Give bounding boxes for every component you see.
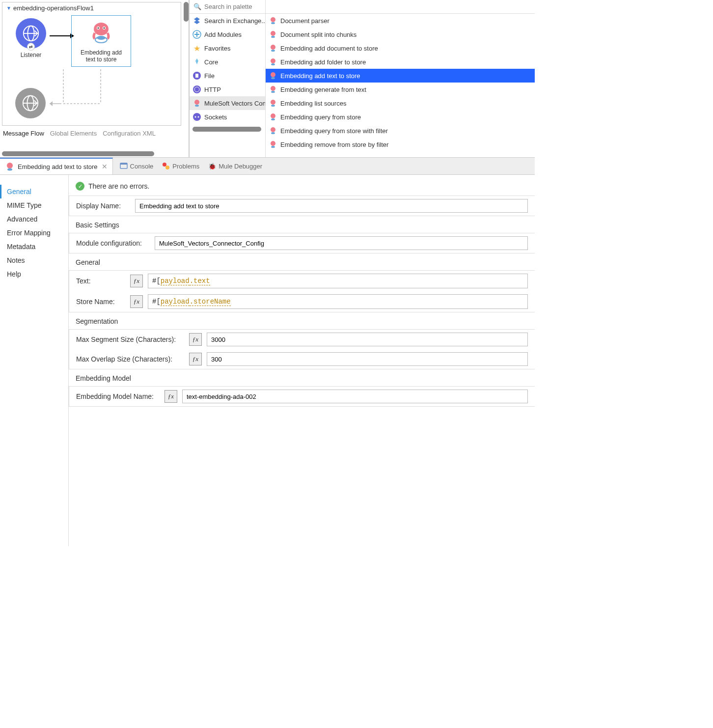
- octopus-icon: [269, 16, 277, 25]
- module-config-select[interactable]: [155, 236, 528, 250]
- palette-operation-1[interactable]: Document split into chunks: [266, 28, 535, 41]
- properties-sidebar: GeneralMIME TypeAdvancedError MappingMet…: [0, 175, 69, 546]
- module-config-label: Module configuration:: [76, 239, 150, 247]
- svg-point-25: [193, 85, 201, 93]
- palette-operation-9[interactable]: Embedding remove from store by filter: [266, 138, 535, 151]
- octopus-icon: [269, 140, 277, 149]
- props-nav-general[interactable]: General: [0, 185, 68, 198]
- fx-button[interactable]: ƒx: [130, 275, 143, 287]
- palette-category-3[interactable]: Core: [190, 55, 265, 69]
- palette-category-2[interactable]: ★Favorites: [190, 41, 265, 55]
- props-nav-metadata[interactable]: Metadata: [7, 240, 68, 253]
- svg-point-36: [271, 45, 275, 50]
- http-icon: [192, 85, 201, 94]
- svg-point-29: [193, 113, 201, 121]
- response-icon: [15, 88, 46, 118]
- palette-operation-3[interactable]: Embedding add folder to store: [266, 55, 535, 69]
- octo-icon: [192, 99, 201, 108]
- console-icon: [120, 162, 128, 170]
- palette-right-header: [266, 0, 535, 14]
- canvas-vscroll[interactable]: [184, 2, 189, 22]
- tab-message-flow[interactable]: Message Flow: [3, 130, 44, 137]
- basic-settings-title: Basic Settings: [76, 221, 535, 229]
- svg-point-45: [271, 105, 275, 107]
- svg-point-46: [271, 113, 275, 118]
- store-name-expression-input[interactable]: #[ payload.storeName: [148, 294, 528, 309]
- text-expression-input[interactable]: #[ payload.text: [148, 274, 528, 288]
- general-section-title: General: [76, 258, 535, 266]
- svg-point-52: [7, 163, 13, 168]
- props-nav-error-mapping[interactable]: Error Mapping: [7, 226, 68, 240]
- star-icon: ★: [192, 44, 201, 53]
- svg-point-5: [94, 23, 109, 35]
- flow-arrow: [50, 31, 74, 41]
- palette-category-0[interactable]: Search in Exchange..: [190, 14, 265, 28]
- tab-global-elements[interactable]: Global Elements: [50, 130, 97, 137]
- exchange-icon: [192, 16, 201, 25]
- palette-left-hscroll[interactable]: [192, 127, 261, 132]
- flow-collapse-icon[interactable]: ▼: [6, 5, 11, 11]
- svg-point-51: [271, 146, 275, 148]
- palette-operation-0[interactable]: Document parser: [266, 14, 535, 28]
- props-nav-advanced[interactable]: Advanced: [7, 212, 68, 226]
- close-icon[interactable]: ✕: [102, 163, 108, 170]
- octopus-icon: [269, 57, 277, 66]
- problems-icon: [162, 162, 170, 170]
- max-segment-label: Max Segment Size (Characters):: [76, 336, 184, 343]
- properties-tab[interactable]: Embedding add text to store ✕: [0, 158, 113, 174]
- svg-point-34: [271, 31, 275, 36]
- store-name-label: Store Name:: [76, 298, 125, 306]
- octopus-icon: [269, 99, 277, 108]
- fx-button[interactable]: ƒx: [189, 333, 202, 346]
- core-icon: [192, 57, 201, 66]
- console-tab[interactable]: Console: [120, 162, 154, 170]
- octopus-icon: [269, 71, 277, 80]
- svg-point-41: [271, 77, 275, 79]
- listener-badge-icon: ⇄: [27, 43, 35, 51]
- palette-category-1[interactable]: Add Modules: [190, 28, 265, 41]
- palette-operation-5[interactable]: Embedding generate from text: [266, 83, 535, 96]
- svg-point-57: [165, 166, 169, 169]
- octopus-icon: [269, 44, 277, 53]
- canvas-hscroll[interactable]: [2, 151, 154, 156]
- svg-point-53: [7, 168, 12, 171]
- props-nav-mime-type[interactable]: MIME Type: [7, 198, 68, 212]
- problems-tab[interactable]: Problems: [162, 162, 199, 170]
- octopus-icon: [5, 162, 15, 171]
- fx-button[interactable]: ƒx: [189, 353, 202, 365]
- svg-point-28: [195, 105, 199, 107]
- debugger-tab[interactable]: 🐞 Mule Debugger: [208, 163, 262, 170]
- tab-config-xml[interactable]: Configuration XML: [103, 130, 156, 137]
- palette-operation-7[interactable]: Embedding query from store: [266, 110, 535, 124]
- fx-button[interactable]: ƒx: [130, 295, 143, 308]
- max-overlap-input[interactable]: [207, 352, 528, 366]
- flow-canvas[interactable]: ▼ embedding-operationsFlow1 ⇄ Listener: [2, 2, 181, 126]
- palette-operation-8[interactable]: Embedding query from store with filter: [266, 124, 535, 138]
- palette-operation-4[interactable]: Embedding add text to store: [266, 69, 535, 83]
- flow-canvas-panel: ▼ embedding-operationsFlow1 ⇄ Listener: [0, 0, 189, 157]
- palette-category-5[interactable]: HTTP: [190, 83, 265, 96]
- embedding-node[interactable]: Embedding add text to store: [71, 15, 131, 67]
- palette-operation-6[interactable]: Embedding list sources: [266, 96, 535, 110]
- svg-point-31: [198, 116, 199, 118]
- plus-icon: [192, 30, 201, 39]
- palette-category-7[interactable]: Sockets: [190, 110, 265, 124]
- props-nav-help[interactable]: Help: [7, 267, 68, 281]
- props-nav-notes[interactable]: Notes: [7, 253, 68, 267]
- fx-button[interactable]: ƒx: [165, 390, 177, 403]
- socket-icon: [192, 112, 201, 121]
- no-errors-text: There are no errors.: [88, 182, 150, 190]
- flow-title: embedding-operationsFlow1: [13, 4, 94, 12]
- response-node[interactable]: [13, 88, 48, 118]
- palette-category-6[interactable]: MuleSoft Vectors Con: [190, 96, 265, 110]
- listener-node[interactable]: ⇄ Listener: [11, 18, 51, 58]
- palette-category-4[interactable]: File: [190, 69, 265, 83]
- octopus-icon: [269, 30, 277, 39]
- svg-point-32: [271, 17, 275, 22]
- palette-search-input[interactable]: [204, 3, 261, 10]
- max-segment-input[interactable]: [207, 333, 528, 346]
- embedding-model-input[interactable]: [182, 390, 528, 403]
- palette-operation-2[interactable]: Embedding add document to store: [266, 41, 535, 55]
- svg-point-11: [97, 36, 106, 40]
- display-name-input[interactable]: [135, 199, 528, 213]
